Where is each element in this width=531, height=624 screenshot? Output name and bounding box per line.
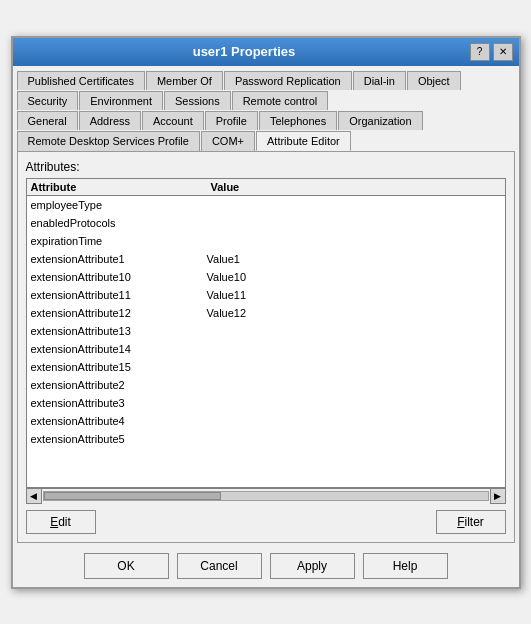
attr-cell: extensionAttribute10	[31, 271, 207, 283]
edit-button[interactable]: EEditdit	[26, 510, 96, 534]
table-row[interactable]: extensionAttribute10 Value10	[27, 268, 505, 286]
attr-cell: enabledProtocols	[31, 217, 207, 229]
table-header: Attribute Value	[27, 179, 505, 196]
tab-row-1: Published Certificates Member Of Passwor…	[17, 70, 515, 89]
attr-cell: extensionAttribute2	[31, 379, 207, 391]
table-row[interactable]: extensionAttribute12 Value12	[27, 304, 505, 322]
tab-remote-control[interactable]: Remote control	[232, 91, 329, 110]
tab-dial-in[interactable]: Dial-in	[353, 71, 406, 90]
content-area: Attributes: Attribute Value employeeType…	[17, 151, 515, 543]
attr-cell: extensionAttribute4	[31, 415, 207, 427]
properties-window: user1 Properties ? ✕ Published Certifica…	[11, 36, 521, 589]
table-row[interactable]: extensionAttribute11 Value11	[27, 286, 505, 304]
attr-cell: extensionAttribute12	[31, 307, 207, 319]
tab-profile[interactable]: Profile	[205, 111, 258, 130]
tab-row-2: Security Environment Sessions Remote con…	[17, 90, 515, 109]
table-row[interactable]: extensionAttribute5	[27, 430, 505, 448]
tab-member-of[interactable]: Member Of	[146, 71, 223, 90]
apply-button[interactable]: Apply	[270, 553, 355, 579]
tab-rdp-profile[interactable]: Remote Desktop Services Profile	[17, 131, 200, 151]
title-controls: ? ✕	[470, 43, 513, 61]
val-cell: Value12	[207, 307, 501, 319]
tab-account[interactable]: Account	[142, 111, 204, 130]
table-row[interactable]: expirationTime	[27, 232, 505, 250]
attr-cell: extensionAttribute14	[31, 343, 207, 355]
attr-cell: extensionAttribute3	[31, 397, 207, 409]
val-cell: Value1	[207, 253, 501, 265]
col-value-header: Value	[211, 181, 501, 193]
attributes-label: Attributes:	[26, 160, 506, 174]
table-row[interactable]: extensionAttribute1 Value1	[27, 250, 505, 268]
ok-button[interactable]: OK	[84, 553, 169, 579]
attr-cell: extensionAttribute5	[31, 433, 207, 445]
tab-address[interactable]: Address	[79, 111, 141, 130]
filter-button[interactable]: Filter	[436, 510, 506, 534]
scroll-right-button[interactable]: ▶	[490, 488, 506, 504]
tab-security[interactable]: Security	[17, 91, 79, 110]
col-attribute-header: Attribute	[31, 181, 211, 193]
tab-password-replication[interactable]: Password Replication	[224, 71, 352, 90]
bottom-buttons: OK Cancel Apply Help	[13, 547, 519, 587]
close-button[interactable]: ✕	[493, 43, 513, 61]
tab-general[interactable]: General	[17, 111, 78, 130]
tab-environment[interactable]: Environment	[79, 91, 163, 110]
scroll-track[interactable]	[43, 491, 489, 501]
table-row[interactable]: employeeType	[27, 196, 505, 214]
table-row[interactable]: extensionAttribute2	[27, 376, 505, 394]
attr-cell: extensionAttribute11	[31, 289, 207, 301]
table-row[interactable]: enabledProtocols	[27, 214, 505, 232]
edit-filter-row: EEditdit Filter	[26, 510, 506, 534]
tab-sessions[interactable]: Sessions	[164, 91, 231, 110]
tabs-container: Published Certificates Member Of Passwor…	[13, 66, 519, 150]
table-body[interactable]: employeeType enabledProtocols expiration…	[27, 196, 505, 487]
tab-telephones[interactable]: Telephones	[259, 111, 337, 130]
scroll-left-button[interactable]: ◀	[26, 488, 42, 504]
attr-cell: extensionAttribute15	[31, 361, 207, 373]
val-cell: Value10	[207, 271, 501, 283]
window-title: user1 Properties	[19, 44, 470, 59]
cancel-button[interactable]: Cancel	[177, 553, 262, 579]
tab-row-3: General Address Account Profile Telephon…	[17, 110, 515, 129]
attr-cell: extensionAttribute1	[31, 253, 207, 265]
val-cell: Value11	[207, 289, 501, 301]
table-row[interactable]: extensionAttribute13	[27, 322, 505, 340]
table-row[interactable]: extensionAttribute15	[27, 358, 505, 376]
table-row[interactable]: extensionAttribute4	[27, 412, 505, 430]
help-button[interactable]: ?	[470, 43, 490, 61]
table-row[interactable]: extensionAttribute3	[27, 394, 505, 412]
horizontal-scrollbar[interactable]: ◀ ▶	[26, 488, 506, 504]
tab-attribute-editor[interactable]: Attribute Editor	[256, 131, 351, 151]
table-row[interactable]: extensionAttribute14	[27, 340, 505, 358]
edit-label: EEditdit	[50, 515, 71, 529]
attr-cell: extensionAttribute13	[31, 325, 207, 337]
tab-object[interactable]: Object	[407, 71, 461, 90]
title-bar: user1 Properties ? ✕	[13, 38, 519, 66]
attr-cell: employeeType	[31, 199, 207, 211]
tab-row-4: Remote Desktop Services Profile COM+ Att…	[17, 130, 515, 150]
attributes-table: Attribute Value employeeType enabledProt…	[26, 178, 506, 488]
attr-cell: expirationTime	[31, 235, 207, 247]
help-dialog-button[interactable]: Help	[363, 553, 448, 579]
tab-organization[interactable]: Organization	[338, 111, 422, 130]
filter-label: Filter	[457, 515, 484, 529]
tab-com-plus[interactable]: COM+	[201, 131, 255, 151]
tab-published-certificates[interactable]: Published Certificates	[17, 71, 145, 90]
scroll-thumb[interactable]	[44, 492, 222, 500]
